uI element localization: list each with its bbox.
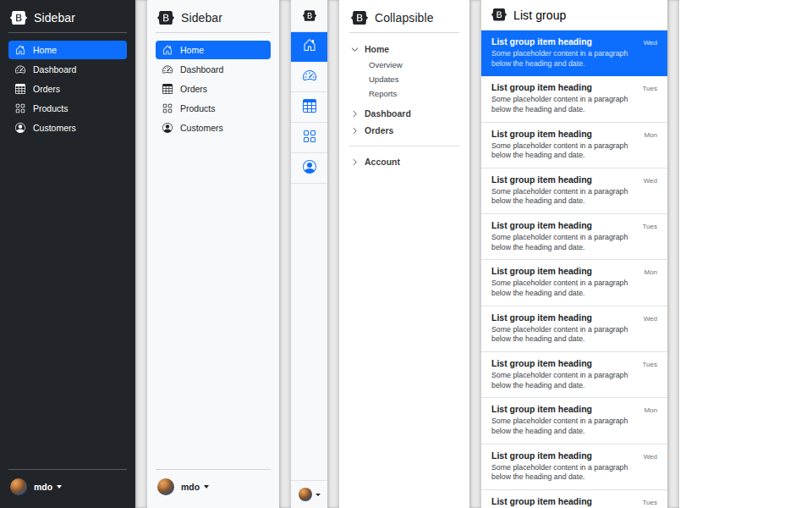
table-icon: [15, 84, 25, 94]
user-menu[interactable]: mdo: [156, 478, 271, 500]
list-group-item[interactable]: List group item headingTuesSome placehol…: [481, 214, 667, 260]
list-item-heading: List group item heading: [491, 496, 592, 506]
person-circle-icon: [303, 160, 316, 177]
list-item-date: Tues: [643, 85, 658, 92]
collapsible-brand[interactable]: Collapsible: [349, 8, 459, 25]
collapsible-section-orders[interactable]: Orders: [349, 122, 459, 139]
sidebar-item-orders[interactable]: Orders: [8, 80, 127, 98]
list-item-row: List group item headingWed: [491, 36, 657, 47]
panel-divider: [135, 0, 147, 508]
sidebar-dark-title: Sidebar: [34, 11, 75, 25]
list-item-body: Some placeholder content in a paragraph …: [491, 463, 642, 483]
icon-rail-item-speedometer[interactable]: [291, 62, 327, 92]
sidebar-item-home[interactable]: Home: [8, 41, 127, 59]
list-group-item[interactable]: List group item headingWedSome placehold…: [481, 306, 667, 352]
user-name: mdo: [34, 482, 52, 492]
divider: [349, 32, 459, 33]
list-item-row: List group item headingTues: [491, 358, 657, 368]
sidebar-dark-footer: mdo: [8, 461, 127, 500]
grid-icon: [15, 103, 25, 113]
icon-rail-item-house[interactable]: [291, 31, 327, 62]
collapsible-section-label: Home: [365, 44, 389, 54]
caret-down-icon: [204, 485, 209, 489]
sidebar-light: Sidebar HomeDashboardOrdersProductsCusto…: [147, 0, 279, 508]
list-item-date: Mon: [644, 268, 657, 276]
icon-rail-item-person-circle[interactable]: [291, 153, 327, 184]
collapsible-child-updates[interactable]: Updates: [369, 72, 459, 86]
sidebar-item-products[interactable]: Products: [8, 99, 127, 118]
chevron-right-icon: [351, 158, 359, 166]
collapsible-child-overview[interactable]: Overview: [369, 58, 459, 72]
list-item-body: Some placeholder content in a paragraph …: [491, 187, 642, 207]
list-group-item[interactable]: List group item headingMonSome placehold…: [481, 260, 667, 306]
sidebar-examples-page: Sidebar HomeDashboardOrdersProductsCusto…: [0, 0, 812, 508]
list-item-body: Some placeholder content in a paragraph …: [491, 371, 642, 390]
sidebar-item-dashboard[interactable]: Dashboard: [8, 60, 127, 79]
panel-divider: [667, 0, 679, 508]
collapsible-children: OverviewUpdatesReports: [369, 58, 459, 101]
grid-icon: [162, 103, 173, 113]
icon-rail-item-grid[interactable]: [291, 123, 327, 153]
list-item-date: Wed: [644, 315, 657, 323]
sidebar-item-products[interactable]: Products: [156, 99, 271, 118]
speedometer-icon: [15, 64, 25, 75]
sidebar-item-label: Products: [180, 103, 215, 113]
icon-rail-item-table[interactable]: [291, 92, 327, 123]
list-group-item[interactable]: List group item headingTuesSome placehol…: [481, 352, 667, 398]
collapsible-section-account[interactable]: Account: [349, 153, 459, 170]
list-item-heading: List group item heading: [491, 312, 592, 323]
sidebar-dark: Sidebar HomeDashboardOrdersProductsCusto…: [0, 0, 135, 508]
list-group-item[interactable]: List group item headingTuesSome placehol…: [481, 76, 667, 122]
house-icon: [162, 45, 173, 55]
list-group-item[interactable]: List group item headingWedSome placehold…: [481, 444, 667, 490]
sidebar-item-customers[interactable]: Customers: [8, 119, 127, 137]
list-group-brand[interactable]: List group: [481, 0, 667, 30]
sidebar-list-group: List group List group item headingWedSom…: [481, 0, 667, 508]
panel-divider: [327, 0, 339, 508]
list-item-row: List group item headingMon: [491, 129, 657, 139]
caret-down-icon: [57, 485, 62, 489]
person-circle-icon: [162, 123, 173, 133]
sidebar-item-orders[interactable]: Orders: [156, 80, 271, 98]
list-group-item[interactable]: List group item headingWedSome placehold…: [481, 168, 667, 214]
sidebar-light-nav: HomeDashboardOrdersProductsCustomers: [156, 41, 271, 137]
collapsible-section-label: Orders: [365, 125, 393, 135]
user-menu[interactable]: [291, 480, 327, 508]
list-group-item[interactable]: List group item headingMonSome placehold…: [481, 398, 667, 444]
sidebar-item-customers[interactable]: Customers: [156, 119, 271, 137]
list-group-item[interactable]: List group item headingTuesSome placehol…: [481, 490, 667, 508]
list-item-heading: List group item heading: [491, 36, 592, 47]
collapsible-section-dashboard[interactable]: Dashboard: [349, 105, 459, 122]
divider: [156, 469, 271, 470]
list-item-row: List group item headingTues: [491, 82, 657, 92]
sidebar-item-label: Orders: [180, 84, 207, 94]
panel-divider: [279, 0, 291, 508]
sidebar-light-brand[interactable]: Sidebar: [156, 8, 271, 25]
bootstrap-logo-icon: [491, 8, 507, 21]
icon-rail-nav: [291, 31, 327, 184]
collapsible-nav: HomeOverviewUpdatesReportsDashboardOrder…: [349, 41, 459, 170]
list-item-heading: List group item heading: [491, 404, 592, 414]
list-item-body: Some placeholder content in a paragraph …: [491, 95, 642, 114]
list-group-item[interactable]: List group item headingMonSome placehold…: [481, 123, 667, 168]
sidebar-item-home[interactable]: Home: [156, 41, 271, 59]
user-menu[interactable]: mdo: [8, 478, 127, 500]
sidebar-item-label: Customers: [33, 123, 76, 133]
sidebar-light-footer: mdo: [156, 461, 271, 500]
bootstrap-logo-icon[interactable]: [291, 0, 327, 31]
list-item-row: List group item headingTues: [491, 496, 657, 506]
divider: [8, 32, 127, 33]
list-item-heading: List group item heading: [491, 266, 592, 276]
bootstrap-logo-icon: [157, 11, 174, 25]
list-item-heading: List group item heading: [491, 129, 592, 139]
caret-down-icon: [315, 494, 321, 496]
collapsible-child-reports[interactable]: Reports: [369, 86, 459, 101]
list-item-heading: List group item heading: [491, 450, 592, 461]
collapsible-section-home[interactable]: Home: [349, 41, 459, 58]
list-group-item[interactable]: List group item headingWedSome placehold…: [481, 30, 667, 76]
sidebar-dark-brand[interactable]: Sidebar: [8, 8, 127, 25]
table-icon: [303, 99, 316, 116]
bootstrap-logo-icon: [10, 11, 27, 25]
sidebar-item-dashboard[interactable]: Dashboard: [156, 60, 271, 79]
list-item-row: List group item headingWed: [491, 312, 657, 323]
